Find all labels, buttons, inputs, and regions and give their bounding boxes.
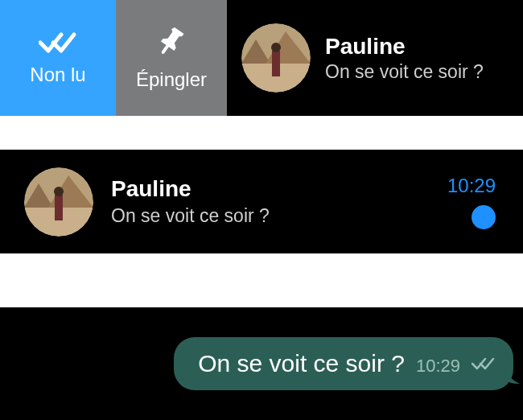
message-text: On se voit ce soir ? [198, 350, 405, 377]
pin-label: Épingler [136, 68, 207, 91]
chat-row-meta: 10:29 [447, 175, 496, 229]
double-check-icon [472, 356, 496, 372]
timestamp: 10:29 [447, 175, 496, 197]
chat-row-swiped[interactable]: Non lu Épingler [0, 0, 523, 116]
chat-row-text: Pauline On se voit ce soir ? [325, 34, 484, 83]
pin-button[interactable]: Épingler [116, 0, 227, 116]
svg-rect-5 [272, 51, 280, 76]
spacer [0, 116, 523, 150]
svg-point-13 [54, 187, 64, 196]
double-check-icon [39, 30, 77, 59]
spacer [0, 253, 523, 307]
mark-unread-button[interactable]: Non lu [0, 0, 116, 116]
bubble-tail [504, 369, 520, 385]
svg-point-6 [271, 43, 281, 52]
pin-icon [154, 25, 188, 64]
svg-rect-12 [55, 195, 63, 220]
conversation-view[interactable]: On se voit ce soir ? 10:29 [0, 307, 523, 420]
message-preview: On se voit ce soir ? [325, 61, 484, 83]
chat-row-text: Pauline On se voit ce soir ? [111, 176, 430, 227]
unread-badge [472, 205, 496, 229]
message-preview: On se voit ce soir ? [111, 205, 430, 227]
contact-name: Pauline [111, 176, 430, 202]
unread-label: Non lu [30, 64, 85, 86]
message-time: 10:29 [416, 356, 460, 377]
chat-row-unread[interactable]: Pauline On se voit ce soir ? 10:29 [0, 150, 523, 253]
contact-name: Pauline [325, 34, 484, 60]
outgoing-message-bubble[interactable]: On se voit ce soir ? 10:29 [174, 337, 513, 390]
avatar [241, 23, 311, 93]
avatar [24, 167, 93, 237]
chat-row-content[interactable]: Pauline On se voit ce soir ? [227, 0, 523, 116]
